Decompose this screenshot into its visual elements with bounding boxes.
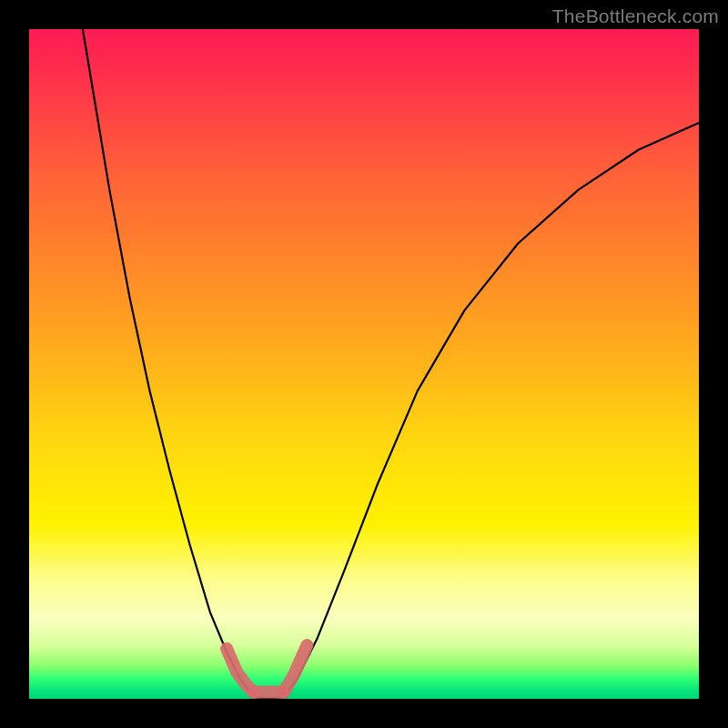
outer-frame: TheBottleneck.com — [0, 0, 728, 728]
plot-area — [29, 29, 699, 699]
series-group — [83, 29, 699, 698]
watermark-text: TheBottleneck.com — [552, 5, 719, 27]
series-pink-band-left — [227, 649, 254, 693]
series-pink-band-right — [284, 645, 308, 693]
chart-svg — [29, 29, 699, 699]
series-curve-left — [83, 29, 250, 693]
series-curve-right — [287, 123, 699, 693]
